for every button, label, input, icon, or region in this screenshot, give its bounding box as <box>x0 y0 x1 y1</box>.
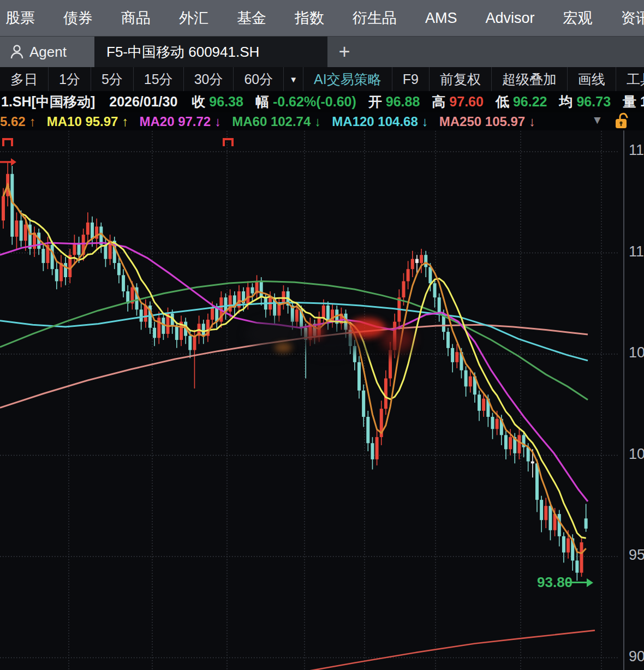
candle-body <box>188 336 192 350</box>
arrow-up-icon: ↑ <box>122 114 128 129</box>
candle-body <box>157 318 160 338</box>
candle-body <box>20 220 23 241</box>
candle-body <box>482 399 485 411</box>
arrow-up-icon: ↑ <box>29 114 36 129</box>
quote-field-value: 96.22 <box>513 94 547 109</box>
candle-body <box>64 263 67 277</box>
nav-item-bonds[interactable]: 债券 <box>49 8 107 28</box>
ma-legend-ma10[interactable]: MA10 95.97↑ <box>47 114 129 129</box>
candle-body <box>41 249 45 263</box>
arrow-down-icon: ↓ <box>529 114 535 129</box>
candle-body <box>122 275 125 291</box>
ma-legend-label: 5.62 <box>0 114 26 129</box>
nav-item-indices[interactable]: 指数 <box>281 8 338 28</box>
period-low-marker: 93.80 <box>537 574 593 591</box>
candle-body <box>433 283 437 297</box>
toolbar-item-f9[interactable]: F9 <box>392 67 430 91</box>
chevron-down-icon[interactable]: ▼ <box>284 67 303 91</box>
quote-field-open: 开96.88 <box>368 93 420 111</box>
tab-bar: Agent F5-中国移动 600941.SH + <box>0 37 644 67</box>
nav-item-macro[interactable]: 宏观 <box>549 8 607 28</box>
corner-mark <box>11 138 13 146</box>
toolbar-item-15min[interactable]: 15分 <box>134 67 184 91</box>
candle-body <box>10 174 14 237</box>
candle-body <box>260 281 263 297</box>
bottom-aux-line <box>297 630 595 670</box>
quote-field-label: 高 <box>432 94 445 109</box>
legend-collapse-icon[interactable]: ▼ <box>592 113 603 127</box>
candle-body <box>251 288 254 294</box>
arrow-down-icon: ↓ <box>314 114 321 129</box>
candle-body <box>24 225 27 241</box>
new-tab-button[interactable]: + <box>327 37 361 67</box>
nav-item-news[interactable]: 资讯 <box>607 8 644 28</box>
candle-body <box>246 288 249 304</box>
candle-body <box>211 308 214 320</box>
candle-body <box>366 417 369 443</box>
quote-field-label: 收 <box>192 94 205 109</box>
quote-field-low: 低96.22 <box>496 93 547 111</box>
candle-body <box>371 443 374 459</box>
toolbar-item-super-overlay[interactable]: 超级叠加 <box>492 67 568 91</box>
quote-field-label: 幅 <box>255 94 269 109</box>
ma-legend-ma5[interactable]: 5.62↑ <box>0 114 36 129</box>
toolbar-item-draw-line[interactable]: 画线 <box>568 67 616 91</box>
quote-field-value: 96.88 <box>386 94 420 109</box>
candle-body <box>55 269 58 281</box>
active-stock-tab[interactable]: F5-中国移动 600941.SH <box>94 37 327 67</box>
nav-item-stocks[interactable]: 股票 <box>0 8 49 28</box>
nav-item-ams[interactable]: AMS <box>411 10 472 27</box>
y-axis-label: 105 <box>629 344 644 361</box>
quote-field-high: 高97.60 <box>432 93 484 111</box>
candle-body <box>438 297 441 314</box>
candle-body <box>393 322 396 350</box>
candle-body <box>469 376 472 387</box>
high-arrow-head <box>11 158 16 166</box>
nav-item-advisor[interactable]: Advisor <box>472 10 549 27</box>
quote-field-label: 低 <box>496 94 509 109</box>
quote-field-value: -0.62%(-0.60) <box>273 94 356 109</box>
toolbar-item-60min[interactable]: 60分 <box>234 67 284 91</box>
candle-body <box>428 267 432 283</box>
candle-body <box>446 332 450 348</box>
candle-body <box>153 328 156 338</box>
candle-body <box>86 223 90 235</box>
nav-item-forex[interactable]: 外汇 <box>165 8 223 28</box>
ma-legend-ma60[interactable]: MA60 102.74↓ <box>232 114 321 129</box>
candle-body <box>531 462 534 464</box>
ma-legend-ma120[interactable]: MA120 104.68↓ <box>332 114 428 129</box>
low-arrow-head <box>587 578 593 587</box>
candle-body <box>491 417 494 429</box>
quote-field-label: 量 <box>623 94 636 109</box>
nav-item-funds[interactable]: 基金 <box>223 8 281 28</box>
toolbar-item-ai-strategy[interactable]: AI交易策略 <box>303 67 392 91</box>
agent-tab[interactable]: Agent <box>0 37 94 67</box>
candle-body <box>389 350 392 379</box>
toolbar-item-forward-adjust[interactable]: 前复权 <box>430 67 492 91</box>
candle-body <box>455 352 458 362</box>
toolbar-item-tools[interactable]: 工具 <box>616 67 644 91</box>
candle-body <box>104 245 107 259</box>
ma-legend-ma250[interactable]: MA250 105.97↓ <box>439 114 535 129</box>
nav-item-commodities[interactable]: 商品 <box>107 8 165 28</box>
top-nav: 股票债券商品外汇基金指数衍生品AMSAdvisor宏观资讯 <box>0 0 644 37</box>
candle-body <box>91 223 94 239</box>
quote-field-avg: 均96.73 <box>559 93 611 111</box>
lock-icon[interactable] <box>613 112 630 133</box>
toolbar-item-1min[interactable]: 1分 <box>49 67 91 91</box>
toolbar-item-30min[interactable]: 30分 <box>184 67 234 91</box>
y-axis-label: 110 <box>629 243 644 260</box>
candle-body <box>407 269 410 281</box>
candle-body <box>402 281 406 297</box>
toolbar-item-multi-day[interactable]: 多日 <box>0 67 49 91</box>
candle-body <box>411 259 414 270</box>
toolbar-item-5min[interactable]: 5分 <box>91 67 134 91</box>
candle-body <box>509 437 512 449</box>
candle-body <box>362 391 365 417</box>
ma5-line <box>3 185 586 553</box>
candle-body <box>558 514 561 536</box>
candle-body <box>420 255 423 263</box>
nav-item-derivatives[interactable]: 衍生品 <box>338 8 411 28</box>
ma-legend-ma20[interactable]: MA20 97.72↓ <box>139 114 221 129</box>
arrow-down-icon: ↓ <box>422 114 428 129</box>
